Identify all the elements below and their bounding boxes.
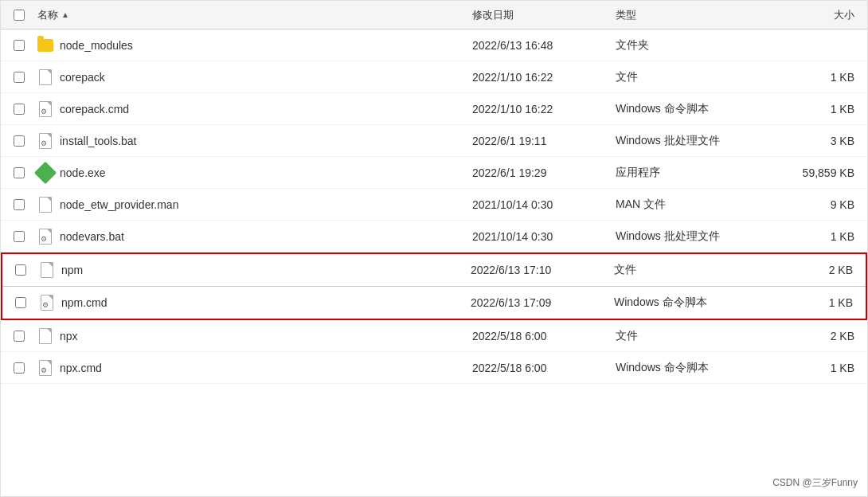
row-size: 9 KB: [775, 198, 854, 211]
row-date: 2022/6/13 17:09: [471, 296, 614, 309]
file-icon-wrapper: [37, 165, 53, 181]
file-icon-wrapper: [37, 328, 53, 344]
table-row[interactable]: npm 2022/6/13 17:10 文件 2 KB: [2, 254, 866, 286]
file-icon-wrapper: [37, 360, 53, 376]
row-checkbox-col: [14, 231, 37, 242]
file-name: npx: [60, 330, 78, 342]
row-checkbox[interactable]: [15, 297, 26, 308]
file-name: npm: [61, 264, 83, 276]
table-row[interactable]: npx.cmd 2022/5/18 6:00 Windows 命令脚本 1 KB: [1, 352, 867, 384]
row-checkbox-col: [14, 135, 37, 147]
table-row[interactable]: node_modules 2022/6/13 16:48 文件夹: [1, 29, 867, 61]
row-checkbox[interactable]: [14, 72, 25, 83]
row-name-col: corepack.cmd: [37, 101, 472, 117]
row-type: Windows 命令脚本: [614, 295, 773, 310]
file-name: npm.cmd: [61, 296, 108, 309]
header-name-col[interactable]: 名称 ▲: [37, 8, 472, 22]
file-name: install_tools.bat: [60, 135, 137, 147]
row-checkbox-col: [14, 72, 37, 83]
row-checkbox[interactable]: [14, 331, 25, 342]
sort-icon: ▲: [61, 10, 69, 19]
file-icon-wrapper: [39, 262, 55, 278]
row-checkbox-col: [14, 104, 37, 115]
row-checkbox-col: [14, 40, 37, 51]
header-checkbox-col: [14, 10, 37, 21]
folder-icon: [37, 39, 53, 52]
header-type-col[interactable]: 类型: [616, 8, 775, 22]
row-type: Windows 批处理文件: [616, 134, 775, 148]
file-icon-wrapper: [37, 37, 53, 53]
row-date: 2022/5/18 6:00: [472, 362, 616, 374]
cmd-icon: [39, 101, 52, 117]
row-type: 文件: [616, 329, 775, 343]
file-icon-wrapper: [37, 133, 53, 149]
header-size-col[interactable]: 大小: [775, 8, 854, 22]
row-size: 3 KB: [775, 135, 854, 147]
row-checkbox[interactable]: [14, 231, 25, 242]
file-icon: [39, 197, 52, 213]
file-icon-wrapper: [37, 197, 53, 213]
row-date: 2022/6/13 17:10: [471, 264, 614, 276]
row-name-col: npm: [39, 262, 471, 278]
cmd-icon: [39, 229, 52, 245]
row-checkbox[interactable]: [14, 199, 25, 210]
table-row[interactable]: npm.cmd 2022/6/13 17:09 Windows 命令脚本 1 K…: [2, 287, 866, 319]
select-all-checkbox[interactable]: [14, 10, 25, 21]
row-size: 59,859 KB: [775, 166, 854, 179]
table-row[interactable]: nodevars.bat 2021/10/14 0:30 Windows 批处理…: [1, 221, 867, 252]
row-size: 2 KB: [773, 264, 853, 276]
row-checkbox[interactable]: [14, 362, 25, 374]
cmd-icon: [39, 133, 52, 149]
cmd-icon: [39, 360, 52, 376]
table-header: 名称 ▲ 修改日期 类型 大小: [1, 1, 867, 29]
row-type: Windows 命令脚本: [616, 361, 775, 375]
row-name-col: nodevars.bat: [37, 229, 472, 245]
file-icon: [39, 328, 52, 344]
table-row[interactable]: node.exe 2022/6/1 19:29 应用程序 59,859 KB: [1, 157, 867, 189]
highlighted-group: npm 2022/6/13 17:10 文件 2 KB npm.cmd 2022…: [1, 252, 867, 320]
file-icon-wrapper: [39, 295, 55, 311]
row-checkbox-col: [14, 331, 37, 342]
row-type: 应用程序: [616, 166, 775, 180]
table-row[interactable]: corepack 2022/1/10 16:22 文件 1 KB: [1, 61, 867, 93]
header-date-label: 修改日期: [472, 9, 514, 21]
row-size: 1 KB: [775, 362, 854, 374]
row-type: 文件夹: [616, 38, 775, 53]
header-name-label: 名称: [37, 8, 58, 22]
table-row[interactable]: corepack.cmd 2022/1/10 16:22 Windows 命令脚…: [1, 93, 867, 125]
file-name: corepack: [60, 71, 105, 84]
row-checkbox-col: [14, 362, 37, 374]
row-checkbox[interactable]: [14, 104, 25, 115]
row-name-col: npm.cmd: [39, 295, 471, 311]
file-name: node.exe: [60, 166, 106, 179]
row-size: 1 KB: [773, 296, 853, 309]
row-date: 2022/6/13 16:48: [472, 39, 616, 52]
row-checkbox[interactable]: [14, 167, 25, 178]
row-checkbox-col: [15, 264, 39, 276]
row-type: Windows 命令脚本: [616, 102, 775, 116]
row-name-col: node_modules: [37, 37, 472, 53]
row-date: 2021/10/14 0:30: [472, 198, 616, 211]
file-name: node_modules: [60, 39, 133, 52]
file-name: node_etw_provider.man: [60, 198, 178, 211]
row-date: 2022/6/1 19:11: [472, 135, 616, 147]
node-icon: [34, 161, 57, 183]
row-name-col: npx.cmd: [37, 360, 472, 376]
row-checkbox-col: [14, 199, 37, 210]
row-date: 2022/6/1 19:29: [472, 166, 616, 179]
row-checkbox[interactable]: [14, 40, 25, 51]
file-name: npx.cmd: [60, 362, 102, 374]
header-size-label: 大小: [834, 9, 854, 21]
header-date-col[interactable]: 修改日期: [472, 8, 616, 22]
table-row[interactable]: npx 2022/5/18 6:00 文件 2 KB: [1, 320, 867, 352]
table-row[interactable]: node_etw_provider.man 2021/10/14 0:30 MA…: [1, 189, 867, 221]
row-checkbox[interactable]: [15, 264, 26, 276]
row-size: 2 KB: [775, 330, 854, 342]
table-row[interactable]: install_tools.bat 2022/6/1 19:11 Windows…: [1, 125, 867, 157]
row-checkbox[interactable]: [14, 135, 25, 147]
row-size: 1 KB: [775, 71, 854, 84]
file-icon: [41, 262, 53, 278]
row-checkbox-col: [15, 297, 39, 308]
row-type: 文件: [614, 263, 773, 277]
file-name: nodevars.bat: [60, 230, 124, 243]
